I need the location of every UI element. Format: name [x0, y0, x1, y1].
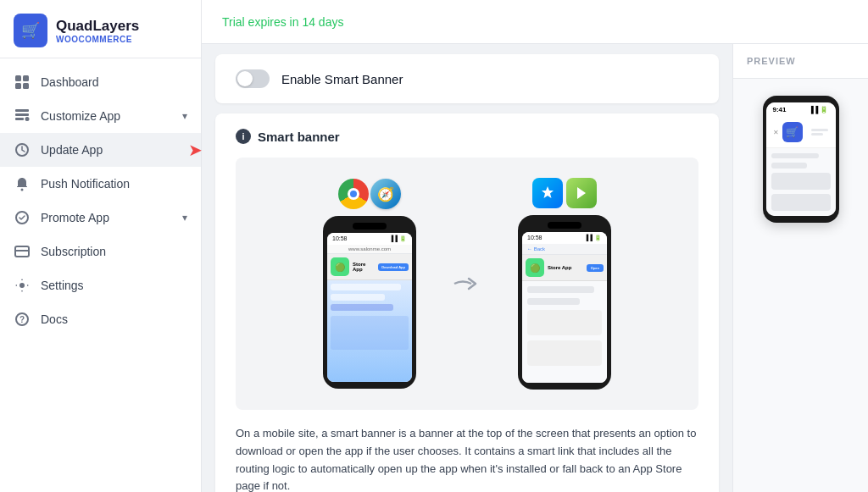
svg-rect-6 — [15, 118, 24, 120]
enable-row: Enable Smart Banner — [236, 69, 698, 88]
docs-icon: ? — [14, 311, 31, 328]
sidebar-item-subscription[interactable]: Subscription — [0, 235, 201, 268]
sidebar-item-label: Update App — [41, 143, 103, 157]
svg-rect-3 — [23, 83, 29, 89]
app-name: QuadLayers — [56, 18, 139, 35]
sidebar: 🛒 QuadLayers WOOCOMMERCE Dashboard — [0, 0, 202, 492]
svg-rect-5 — [15, 113, 29, 116]
chevron-down-icon: ▾ — [182, 212, 187, 224]
phone-notch-2 — [548, 222, 581, 229]
gear-icon — [14, 277, 31, 294]
section-title: i Smart banner — [236, 129, 698, 144]
download-btn-small: Download App — [378, 263, 409, 271]
phone-mockup-2: 10:58 ▐▐ 🔋 ← Back 🟢 Store App Open — [518, 215, 611, 390]
app-icon-small: 🟢 — [331, 257, 349, 276]
sidebar-nav: Dashboard Customize App ▾ Upda — [0, 58, 201, 492]
logo-area: 🛒 QuadLayers WOOCOMMERCE — [0, 0, 201, 58]
preview-top-bar: ✕ 🛒 — [766, 117, 836, 148]
top-bar: Trial expires in 14 days — [202, 0, 868, 44]
logo-text: QuadLayers WOOCOMMERCE — [56, 18, 139, 44]
preview-panel: PREVIEW 9:41 ▐▐ 🔋 ✕ 🛒 — [732, 44, 868, 492]
trial-notice: Trial expires in 14 days — [222, 15, 343, 29]
sidebar-item-customize-app[interactable]: Customize App ▾ — [0, 99, 201, 133]
logo-icon: 🛒 — [14, 14, 47, 47]
app-subtitle: WOOCOMMERCE — [56, 35, 139, 44]
svg-rect-12 — [15, 250, 29, 252]
sidebar-item-label: Promote App — [41, 211, 109, 224]
svg-text:?: ? — [19, 315, 25, 324]
sidebar-item-push-notification[interactable]: Push Notification — [0, 167, 201, 201]
red-arrow-indicator: ➤ — [188, 140, 203, 160]
promote-icon — [14, 209, 31, 226]
preview-phone-container: 9:41 ▐▐ 🔋 ✕ 🛒 — [733, 79, 868, 492]
sidebar-item-update-app[interactable]: Update App ➤ — [0, 133, 201, 167]
arrow-between — [450, 267, 484, 301]
phone-screen-2: 10:58 ▐▐ 🔋 ← Back 🟢 Store App Open — [522, 232, 607, 383]
main-panel: Enable Smart Banner i Smart banner — [202, 44, 732, 492]
smart-banner-section: i Smart banner — [215, 113, 719, 492]
sidebar-item-label: Docs — [41, 312, 68, 326]
svg-rect-4 — [15, 109, 29, 112]
svg-point-13 — [19, 283, 25, 288]
main-content: Trial expires in 14 days Enable Smart Ba… — [202, 0, 868, 492]
safari-icon: 🧭 — [370, 179, 401, 209]
store-icons — [532, 178, 597, 208]
chrome-icon — [338, 179, 369, 209]
browser-icons: 🧭 — [338, 179, 401, 209]
sidebar-item-settings[interactable]: Settings — [0, 268, 201, 302]
preview-time: 9:41 — [773, 106, 787, 113]
sidebar-item-promote-app[interactable]: Promote App ▾ — [0, 201, 201, 235]
customize-icon — [14, 108, 31, 124]
preview-phone-inner: 9:41 ▐▐ 🔋 ✕ 🛒 — [766, 102, 836, 216]
dashboard-icon — [14, 74, 31, 91]
svg-rect-1 — [23, 75, 29, 81]
preview-app-icon: 🛒 — [782, 122, 803, 142]
content-area: Enable Smart Banner i Smart banner — [202, 44, 868, 492]
banner-illustration: 🧭 10:58 ▐▐ 🔋 — [236, 158, 698, 410]
update-icon — [14, 141, 31, 158]
preview-header: PREVIEW — [733, 44, 868, 79]
sidebar-item-label: Dashboard — [41, 75, 99, 89]
sidebar-item-docs[interactable]: ? Docs — [0, 302, 201, 336]
sidebar-item-label: Customize App — [41, 109, 120, 123]
phone-mockup-1: 10:58 ▐▐ 🔋 www.salonme.com 🟢 Store Ap — [323, 216, 416, 389]
svg-point-9 — [21, 189, 24, 191]
info-icon: i — [236, 129, 251, 144]
app-icon-small-2: 🟢 — [526, 258, 544, 277]
preview-content — [766, 148, 836, 216]
push-notification-icon — [14, 175, 31, 192]
svg-point-7 — [25, 117, 30, 121]
open-btn-small: Open — [587, 264, 604, 272]
svg-rect-2 — [15, 83, 21, 89]
sidebar-item-label: Settings — [41, 279, 84, 292]
phone-screen-1: 10:58 ▐▐ 🔋 www.salonme.com 🟢 Store Ap — [327, 233, 412, 382]
enable-banner-label: Enable Smart Banner — [281, 72, 403, 86]
enable-smart-banner-toggle[interactable] — [236, 69, 270, 88]
phone-notch — [353, 223, 387, 229]
sidebar-item-label: Subscription — [41, 245, 106, 258]
close-icon[interactable]: ✕ — [773, 129, 779, 136]
preview-phone: 9:41 ▐▐ 🔋 ✕ 🛒 — [763, 96, 839, 223]
enable-banner-card: Enable Smart Banner — [215, 54, 719, 103]
sidebar-item-label: Push Notification — [41, 177, 130, 191]
subscription-icon — [14, 243, 31, 260]
play-store-icon — [566, 178, 597, 208]
svg-rect-0 — [15, 75, 21, 81]
sidebar-item-dashboard[interactable]: Dashboard — [0, 65, 201, 99]
banner-description: On a mobile site, a smart banner is a ba… — [236, 425, 698, 492]
chevron-down-icon: ▾ — [182, 110, 187, 122]
app-store-icon — [532, 178, 563, 208]
